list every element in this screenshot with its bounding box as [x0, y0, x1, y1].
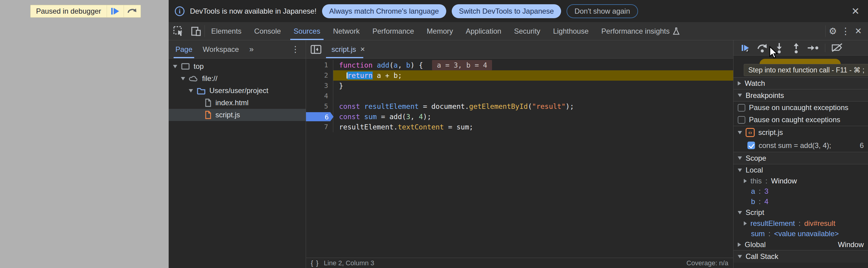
scope-group-script[interactable]: Script	[734, 207, 868, 218]
scope-entry-this[interactable]: this: Window	[734, 176, 868, 186]
navigator-header: Page Workspace » ⋮	[169, 40, 306, 59]
always-match-language-button[interactable]: Always match Chrome's language	[322, 4, 446, 18]
step-icon[interactable]	[807, 41, 819, 54]
breakpoint-checkbox[interactable]	[747, 142, 755, 149]
resume-icon	[111, 8, 119, 14]
watch-label: Watch	[745, 79, 765, 88]
step-out-icon[interactable]	[790, 41, 803, 54]
breakpoint-marker[interactable]: 6	[306, 112, 334, 121]
code-editor[interactable]: 1function add(a, b) {a = 3, b = 42 retur…	[306, 59, 733, 258]
paused-in-debugger-banner: Paused in debugger	[30, 5, 141, 18]
code-line-4: 4	[306, 91, 733, 101]
scope-entry-a: a: 3	[734, 186, 868, 197]
settings-gear-icon[interactable]: ⚙	[828, 26, 838, 37]
checkbox[interactable]	[738, 116, 745, 124]
paused-banner-label: Paused in debugger	[31, 5, 106, 17]
resume-script-icon[interactable]	[739, 41, 752, 54]
panel-tab-network[interactable]: Network	[327, 22, 366, 40]
navigator-tab-page[interactable]: Page	[176, 40, 192, 58]
line-number-5[interactable]: 5	[306, 101, 333, 112]
option-pause-on-caught-exceptions[interactable]: Pause on caught exceptions	[734, 114, 868, 126]
code-line-7: 7resultElement.textContent = sum;	[306, 122, 733, 132]
line-number-3[interactable]: 3	[306, 81, 333, 91]
cloud-icon	[189, 75, 198, 82]
expand-arrow-icon[interactable]	[173, 65, 177, 68]
panel-tab-performance[interactable]: Performance	[366, 22, 420, 40]
watch-section-header[interactable]: Watch	[734, 77, 868, 89]
tree-item-index-html[interactable]: index.html	[169, 97, 306, 109]
panel-tab-performance-insights[interactable]: Performance insights	[595, 22, 686, 40]
expand-arrow-icon[interactable]	[181, 77, 185, 80]
line-number-7[interactable]: 7	[306, 122, 333, 132]
step-over-icon	[127, 7, 137, 15]
breakpoint-entry[interactable]: const sum = add(3, 4); 6	[734, 139, 868, 152]
line-number-1[interactable]: 1	[306, 60, 333, 70]
deactivate-breakpoints-icon[interactable]	[831, 41, 843, 54]
navigator-tab-workspace[interactable]: Workspace	[203, 40, 239, 58]
tree-item-label: top	[194, 62, 204, 71]
scope-group-global[interactable]: Global Window	[734, 239, 868, 250]
scope-body: Localthis: Windowa: 3b: 4ScriptresultEle…	[734, 164, 868, 239]
tree-item-label: script.js	[215, 111, 240, 119]
folder-icon	[197, 87, 206, 95]
scope-entry-resultElement[interactable]: resultElement: div#result	[734, 218, 868, 229]
device-toolbar-icon[interactable]	[191, 26, 202, 37]
panel-tab-lighthouse[interactable]: Lighthouse	[547, 22, 595, 40]
line-number-4[interactable]: 4	[306, 91, 333, 101]
step-into-tooltip: Step into next function call - F11 - ⌘ ;	[744, 64, 868, 76]
expand-arrow-icon[interactable]	[189, 89, 193, 92]
more-options-icon[interactable]: ⋮	[840, 26, 851, 37]
tree-item-top[interactable]: top	[169, 60, 306, 72]
breakpoint-file-label: script.js	[758, 128, 783, 137]
switch-to-japanese-button[interactable]: Switch DevTools to Japanese	[452, 4, 561, 18]
flask-icon	[673, 27, 680, 35]
tree-item-users-user-project[interactable]: Users/user/project	[169, 85, 306, 97]
scope-entry-b: b: 4	[734, 197, 868, 207]
line-number-2[interactable]: 2	[306, 70, 333, 81]
editor-tab-scriptjs[interactable]: script.js ×	[326, 40, 371, 58]
dont-show-again-button[interactable]: Don't show again	[566, 4, 638, 18]
panel-tab-application[interactable]: Application	[459, 22, 507, 40]
tree-item-label: Users/user/project	[209, 86, 269, 95]
pretty-print-icon[interactable]: { }	[311, 259, 319, 267]
callstack-label: Call Stack	[746, 252, 778, 261]
checkbox[interactable]	[738, 104, 745, 112]
panel-tab-security[interactable]: Security	[508, 22, 547, 40]
breakpoint-file-group[interactable]: ‹› script.js	[734, 126, 868, 139]
code-line-5: 5const resultElement = document.getEleme…	[306, 101, 733, 112]
callstack-section-header[interactable]: Call Stack	[734, 250, 868, 263]
option-pause-on-uncaught-exceptions[interactable]: Pause on uncaught exceptions	[734, 101, 868, 114]
file-tree: topfile://Users/user/projectindex.htmlsc…	[169, 59, 306, 121]
panel-tab-memory[interactable]: Memory	[421, 22, 460, 40]
editor-tab-close-icon[interactable]: ×	[360, 44, 365, 54]
infobar-message: DevTools is now available in Japanese!	[190, 7, 317, 16]
panel-tab-console[interactable]: Console	[248, 22, 287, 40]
navigator-menu-icon[interactable]: ⋮	[289, 44, 302, 54]
debugger-toolbar	[734, 40, 868, 56]
tree-item-script-js[interactable]: script.js	[169, 109, 306, 121]
cursor-position-label: Line 2, Column 3	[324, 259, 374, 267]
more-tabs-icon[interactable]: »	[249, 44, 254, 54]
infobar-close-icon[interactable]: ✕	[849, 5, 862, 17]
mouse-cursor	[769, 46, 779, 59]
coverage-label: Coverage: n/a	[686, 259, 728, 267]
devtools-screenshot: Paused in debugger i DevTools is now ava…	[0, 0, 868, 268]
editor-pane: script.js × 1function add(a, b) {a = 3, …	[306, 40, 733, 268]
panel-tab-sources[interactable]: Sources	[287, 22, 327, 40]
panel-tab-elements[interactable]: Elements	[205, 22, 248, 40]
hide-navigator-icon[interactable]	[306, 40, 326, 58]
step-over-button[interactable]	[124, 5, 141, 17]
tree-item-label: file://	[202, 74, 218, 83]
inspect-element-icon[interactable]	[173, 26, 184, 37]
line-number-6[interactable]: 6	[306, 112, 333, 122]
resume-script-button[interactable]	[106, 5, 124, 17]
step-over-icon[interactable]	[756, 41, 769, 54]
scope-group-local[interactable]: Local	[734, 164, 868, 176]
breakpoints-section-header[interactable]: Breakpoints	[734, 89, 868, 101]
devtools-window: i DevTools is now available in Japanese!…	[169, 0, 868, 268]
panel-tabs: ElementsConsoleSourcesNetworkPerformance…	[205, 22, 686, 40]
tree-item-file-[interactable]: file://	[169, 72, 306, 85]
navigator-pane: Page Workspace » ⋮ topfile://Users/user/…	[169, 40, 306, 268]
scope-section-header[interactable]: Scope	[734, 152, 868, 164]
devtools-close-icon[interactable]: ✕	[853, 26, 864, 37]
